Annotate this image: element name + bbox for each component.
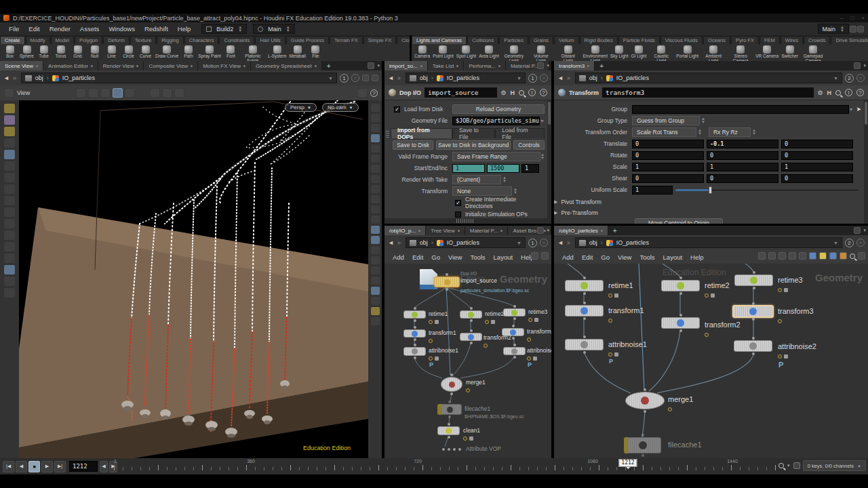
shelf-tab[interactable]: Simple FX (363, 36, 397, 44)
node-attribnoise2[interactable] (734, 340, 772, 352)
transform-dropdown[interactable]: None (452, 186, 512, 196)
range-inc-field[interactable]: 1 (521, 164, 539, 173)
pin-icon[interactable] (540, 74, 548, 82)
render-settings-icon[interactable] (174, 88, 184, 98)
node-transform1[interactable] (565, 305, 604, 317)
shelf-tab[interactable]: Model (51, 36, 74, 44)
node-transform2[interactable] (460, 333, 482, 341)
node-retime2[interactable] (460, 310, 482, 319)
grid-snap-icon[interactable] (789, 252, 796, 260)
select-arrow-icon[interactable]: ➤ (856, 106, 861, 113)
shelf-tool[interactable]: L-System (267, 45, 288, 60)
background-icon[interactable] (371, 277, 380, 285)
pane-tab[interactable]: /obj/IO_particles (554, 226, 608, 235)
tab-close-icon[interactable] (500, 230, 502, 232)
back-icon[interactable]: ◄ (557, 75, 564, 81)
pane-tab[interactable]: import_so... (384, 61, 428, 70)
overview-camera-icon[interactable] (858, 252, 865, 260)
node-transform2[interactable] (661, 317, 700, 329)
dependency-icon[interactable] (840, 252, 847, 260)
link-badge[interactable]: 1 (528, 239, 537, 247)
tree-list-icon[interactable] (768, 252, 776, 260)
normals-display-icon[interactable] (371, 165, 380, 173)
node-name-field[interactable]: import_source (425, 87, 497, 98)
wrench-icon[interactable] (531, 252, 538, 260)
render-flag[interactable] (624, 437, 628, 453)
save-bg-button[interactable]: Save to Disk in Background (436, 140, 511, 150)
path-field[interactable]: obj › IO_particles ▼ (406, 237, 526, 248)
tab-close-icon[interactable] (91, 65, 93, 67)
display-set-icon[interactable] (372, 75, 378, 81)
shelf-tool[interactable]: Switcher (780, 45, 800, 60)
scale-x-field[interactable]: 1 (632, 163, 704, 171)
pane-maximize-icon[interactable] (537, 227, 544, 234)
pane-maximize-icon[interactable] (368, 62, 374, 69)
path-field[interactable]: obj › IO_particles ▼ (406, 73, 526, 83)
point-num-icon[interactable] (371, 195, 380, 203)
translate-icon[interactable] (4, 161, 15, 171)
shelf-tool[interactable]: Geometry Light (500, 45, 528, 61)
houdini-handles-icon[interactable]: H (511, 89, 515, 96)
view-construction-icon[interactable] (4, 127, 15, 136)
menu-item[interactable]: File (4, 24, 24, 34)
rotate-x-field[interactable]: 0 (632, 151, 704, 160)
houdini-handles-icon[interactable]: H (827, 89, 832, 96)
magnet3-icon[interactable] (4, 253, 15, 263)
network-menu-item[interactable]: Tools (466, 252, 489, 262)
shelf-tool[interactable]: Distant Light (555, 45, 582, 61)
network-menu-item[interactable]: View (444, 252, 466, 262)
link-badge[interactable]: 1 (340, 74, 349, 83)
tab-close-icon[interactable] (418, 230, 420, 232)
pane-tab[interactable]: Take List (428, 61, 465, 70)
pane-tab[interactable]: + (595, 61, 608, 70)
help-icon[interactable]: ? (370, 89, 378, 97)
xform-order-dropdown[interactable]: Scale Rot Trans (632, 127, 696, 137)
snapshot-view-icon[interactable] (371, 317, 380, 325)
tree-list-icon[interactable] (541, 252, 549, 260)
vertical-scrollbar[interactable] (864, 100, 868, 224)
timeline-ruler[interactable]: 1 360 720 1080 1440 1212 (114, 458, 778, 474)
shelf-tool[interactable]: Platonic Solids (239, 45, 267, 61)
shelf-tab[interactable]: Drive Simulation (831, 36, 868, 44)
search-icon[interactable] (835, 90, 841, 96)
shelf-tool[interactable]: Metaball (288, 45, 307, 60)
pane-menu-icon[interactable]: ▾ (863, 63, 866, 68)
pane-tab[interactable]: Material P... (465, 226, 509, 235)
rotate-z-field[interactable]: 0 (781, 151, 853, 160)
node-merge1[interactable] (625, 392, 665, 409)
pane-tab[interactable]: Composite View (144, 61, 198, 70)
keys-channels-button[interactable]: 0 keys, 0/0 channels▲ (803, 460, 866, 471)
shelf-tool[interactable]: Line (103, 45, 120, 60)
maximize-button[interactable]: □ (850, 15, 854, 21)
menu-item[interactable]: Help (173, 24, 196, 34)
pose-icon[interactable] (4, 196, 15, 205)
pane-tab[interactable]: + (608, 226, 622, 235)
shelf-tab[interactable]: Pyro FX (731, 36, 759, 44)
node-retime1[interactable] (403, 310, 426, 319)
node-import-source[interactable] (434, 277, 460, 287)
valid-range-dropdown[interactable]: Save Frame Range (452, 152, 540, 161)
node-name-field[interactable]: transform3 (602, 87, 814, 98)
path-dropdown-icon[interactable]: ▼ (328, 76, 333, 81)
range-end-field[interactable]: 1500 (487, 164, 519, 173)
grid-display-icon[interactable] (371, 216, 380, 224)
shelf-tool[interactable]: Gamepad Camera (800, 45, 827, 61)
lights-view-icon[interactable] (371, 144, 380, 152)
shelf-tool[interactable]: Path (180, 45, 197, 60)
vertical-scrollbar[interactable] (547, 100, 551, 224)
shelf-tool[interactable]: Stereo Camera (727, 45, 754, 61)
shelf-tab[interactable]: Particle Fluids (618, 36, 660, 44)
network-box-icon[interactable] (829, 252, 837, 260)
tab-close-icon[interactable] (456, 65, 458, 67)
pane-menu-icon[interactable]: ▾ (863, 228, 866, 233)
info-icon[interactable]: i (845, 89, 852, 96)
secure-selection-icon[interactable] (4, 150, 15, 159)
shelf-tab[interactable]: Deform (103, 36, 130, 44)
node-retime1[interactable] (565, 280, 604, 291)
wireframe-icon[interactable] (371, 175, 380, 183)
tab-close-icon[interactable] (315, 65, 317, 67)
pane-tab[interactable]: transform3 (554, 61, 595, 70)
menu-item[interactable]: Assets (75, 24, 104, 34)
translate-z-field[interactable]: 0 (781, 140, 853, 148)
gear-icon[interactable]: ⚙ (817, 89, 823, 96)
